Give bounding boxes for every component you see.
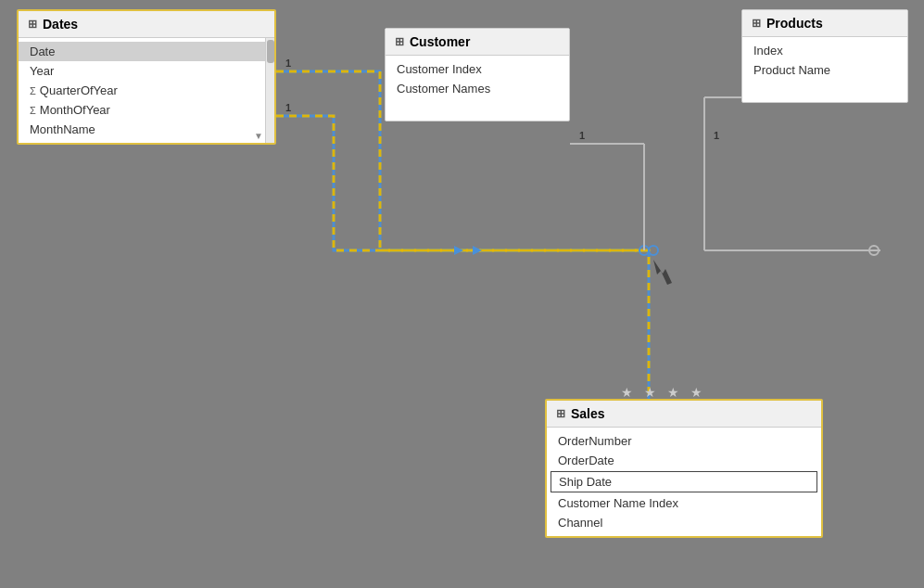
dates-table-header: ⊞ Dates [19,11,274,38]
svg-marker-19 [653,260,672,285]
sigma-icon-1: Σ [30,85,36,96]
sales-table-header: ⊞ Sales [547,401,821,428]
dates-table: ⊞ Dates Date Year Σ QuarterOfYear Σ Mont… [17,9,276,145]
scroll-down-icon[interactable]: ▼ [254,131,263,141]
svg-point-4 [639,246,649,255]
products-table-header: ⊞ Products [742,10,907,37]
table-icon-sales: ⊞ [556,407,565,420]
field-shipdate[interactable]: Ship Date [551,471,817,492]
field-monthname-label: MonthName [30,122,95,136]
field-orderdate-label: OrderDate [558,454,614,467]
field-customernameindex-label: Customer Name Index [558,496,678,510]
sigma-icon-2: Σ [30,105,36,116]
field-shipdate-label: Ship Date [559,475,612,489]
field-monthname[interactable]: MonthName [19,120,274,139]
field-quarterofyear[interactable]: Σ QuarterOfYear [19,81,274,100]
products-table-title: Products [766,16,823,31]
svg-text:1: 1 [285,102,291,113]
customer-field-list: Customer Index Customer Names [386,56,569,121]
sales-field-list: OrderNumber OrderDate Ship Date Customer… [547,428,821,536]
customer-table-header: ⊞ Customer [386,29,569,56]
table-icon-customer: ⊞ [395,35,404,48]
field-customer-names-label: Customer Names [397,82,490,96]
svg-text:1: 1 [714,130,719,141]
svg-text:1: 1 [285,58,291,69]
field-product-name-label: Product Name [753,63,830,77]
svg-text:★: ★ [621,385,633,400]
field-customer-index-label: Customer Index [397,62,482,76]
field-date-label: Date [30,45,55,58]
svg-text:★: ★ [690,385,702,400]
svg-text:★: ★ [667,385,679,400]
scrollbar-thumb [267,40,274,63]
field-product-name[interactable]: Product Name [742,60,907,80]
svg-point-18 [869,246,879,255]
field-orderdate[interactable]: OrderDate [547,451,821,470]
table-icon-products: ⊞ [752,17,761,30]
field-ordernumber-label: OrderNumber [558,434,631,448]
field-date[interactable]: Date [19,42,274,61]
field-customer-index[interactable]: Customer Index [386,59,569,79]
field-monthofyear-label: MonthOfYear [40,103,110,117]
sales-table-title: Sales [571,406,605,421]
svg-point-5 [649,246,658,255]
svg-marker-3 [473,246,482,255]
field-year[interactable]: Year [19,61,274,81]
field-channel[interactable]: Channel [547,513,821,532]
field-index[interactable]: Index [742,41,907,60]
products-table: ⊞ Products Index Product Name [741,9,908,103]
field-index-label: Index [753,44,783,58]
field-customernameindex[interactable]: Customer Name Index [547,493,821,513]
field-quarterofyear-label: QuarterOfYear [40,83,118,97]
dates-field-list: Date Year Σ QuarterOfYear Σ MonthOfYear … [19,38,274,143]
scrollbar[interactable] [265,38,274,143]
field-channel-label: Channel [558,516,602,530]
customer-table: ⊞ Customer Customer Index Customer Names [385,28,570,121]
field-year-label: Year [30,64,54,78]
svg-marker-2 [454,246,463,255]
customer-table-title: Customer [410,34,470,49]
svg-text:★: ★ [644,385,656,400]
dates-table-title: Dates [43,17,78,32]
table-icon: ⊞ [28,18,37,31]
products-field-list: Index Product Name [742,37,907,102]
field-ordernumber[interactable]: OrderNumber [547,431,821,451]
field-monthofyear[interactable]: Σ MonthOfYear [19,100,274,120]
svg-text:1: 1 [579,130,585,141]
sales-table: ⊞ Sales OrderNumber OrderDate Ship Date … [545,399,823,538]
field-customer-names[interactable]: Customer Names [386,79,569,98]
